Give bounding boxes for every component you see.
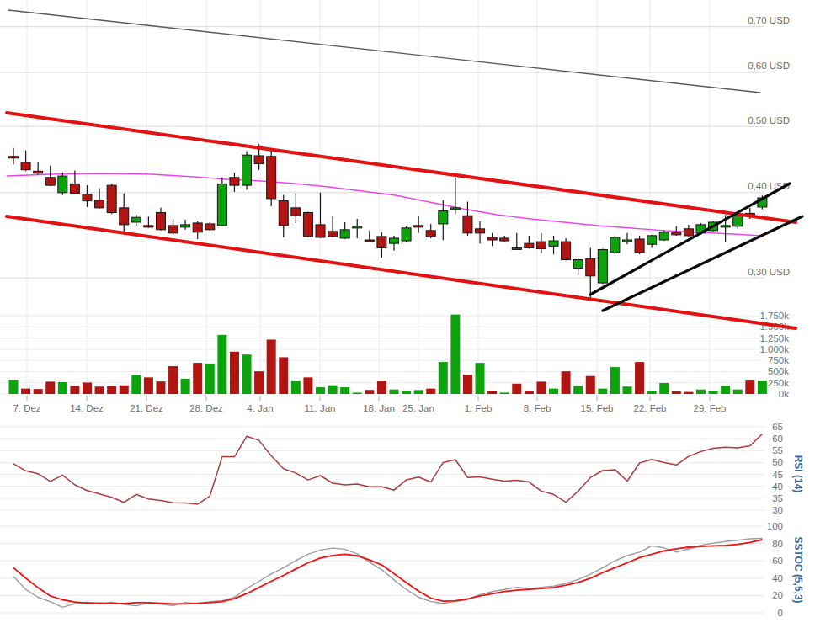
candle xyxy=(684,225,693,237)
date-label: 8. Feb xyxy=(524,403,551,413)
candle xyxy=(120,194,129,233)
volume-bar xyxy=(696,390,706,394)
rsi-axis-label: 55 xyxy=(772,445,783,455)
candle xyxy=(242,152,252,190)
candle-body xyxy=(303,212,312,236)
price-axis-label: 0,30 USD xyxy=(748,267,790,277)
candle-body xyxy=(70,184,79,193)
candle-body xyxy=(536,242,546,248)
candle xyxy=(230,173,239,192)
date-label: 14. Dez xyxy=(70,403,104,413)
candle xyxy=(328,216,338,237)
candle xyxy=(549,236,558,254)
rsi-axis-label: 30 xyxy=(772,505,783,515)
date-label: 25. Jan xyxy=(402,403,434,413)
candle xyxy=(623,233,632,244)
candle xyxy=(525,236,534,249)
volume-bar xyxy=(291,381,301,394)
candle-body xyxy=(672,232,681,235)
candle xyxy=(426,224,435,238)
volume-bar xyxy=(144,377,153,394)
volume-bar xyxy=(610,367,620,394)
candle-body xyxy=(635,239,644,253)
candle xyxy=(353,219,362,238)
candle xyxy=(131,215,141,226)
candle xyxy=(303,212,312,237)
candle-body xyxy=(21,162,30,170)
rsi-axis-label: 45 xyxy=(772,470,783,480)
candle xyxy=(562,238,571,261)
price-axis-label: 0,70 USD xyxy=(748,15,790,25)
candle-body xyxy=(144,226,153,227)
trendlines-layer xyxy=(7,10,802,328)
candle xyxy=(647,235,657,248)
candle xyxy=(34,162,43,174)
candle xyxy=(463,202,472,236)
price-axis-label: 0,60 USD xyxy=(748,61,790,71)
volume-bar xyxy=(525,391,534,394)
candle-body xyxy=(156,212,165,229)
candle-body xyxy=(659,232,669,240)
volume-bar xyxy=(267,339,276,394)
volume-bar xyxy=(242,354,252,394)
candle-body xyxy=(120,208,129,225)
stochastic-pane[interactable] xyxy=(13,538,762,607)
price-pane[interactable] xyxy=(7,144,767,298)
candle xyxy=(217,178,226,226)
candle-body xyxy=(389,238,398,243)
stochastic-axis-label: 80 xyxy=(772,539,783,549)
axis-labels-layer: 0,70 USD0,60 USD0,50 USD0,40 USD0,30 USD… xyxy=(13,15,790,618)
candle xyxy=(168,219,178,235)
candle xyxy=(476,221,485,243)
volume-bar xyxy=(733,390,743,394)
volume-bar xyxy=(83,382,92,394)
candle-body xyxy=(279,201,288,226)
red-channel-upper-line xyxy=(7,113,796,222)
candle-body xyxy=(95,200,104,208)
date-label: 11. Jan xyxy=(305,403,336,413)
candle-body xyxy=(721,226,730,227)
candle xyxy=(340,222,349,239)
candle xyxy=(107,184,116,214)
candle-body xyxy=(512,247,521,249)
volume-bar xyxy=(562,371,571,394)
volume-bar xyxy=(586,376,595,394)
candle xyxy=(144,216,153,228)
moving-average-line xyxy=(7,173,762,236)
volume-bar xyxy=(316,387,325,394)
candle-body xyxy=(353,226,362,228)
volume-bar xyxy=(340,387,349,394)
candle-body xyxy=(328,232,338,237)
candle xyxy=(291,194,301,223)
candle-body xyxy=(439,211,448,224)
volume-bar xyxy=(623,386,632,394)
candle-body xyxy=(598,250,607,283)
price-axis-label: 0,50 USD xyxy=(748,115,790,125)
rsi-axis-label: 65 xyxy=(772,422,783,432)
candle xyxy=(83,185,92,207)
candle-body xyxy=(205,224,215,230)
date-label: 15. Feb xyxy=(581,403,614,413)
candle-body xyxy=(487,237,497,240)
candle-body xyxy=(131,217,141,222)
volume-bar xyxy=(70,386,79,394)
candle xyxy=(573,258,583,274)
candle xyxy=(598,248,607,284)
volume-bar xyxy=(721,386,730,394)
candle xyxy=(414,216,423,233)
candle-body xyxy=(733,216,743,226)
candle-body xyxy=(45,178,55,185)
rsi-axis-label: 50 xyxy=(772,457,783,467)
rsi-pane[interactable] xyxy=(13,434,762,504)
volume-bar xyxy=(205,364,215,394)
candle-body xyxy=(107,185,116,212)
volume-pane[interactable] xyxy=(9,315,767,394)
stochastic-axis-label: 0 xyxy=(778,608,783,618)
volume-bar xyxy=(303,377,312,394)
candle xyxy=(635,236,644,254)
volume-bar xyxy=(402,391,411,394)
date-label: 22. Feb xyxy=(634,403,667,413)
candle-body xyxy=(83,194,92,201)
volume-bar xyxy=(21,389,30,394)
candle-body xyxy=(181,225,190,227)
